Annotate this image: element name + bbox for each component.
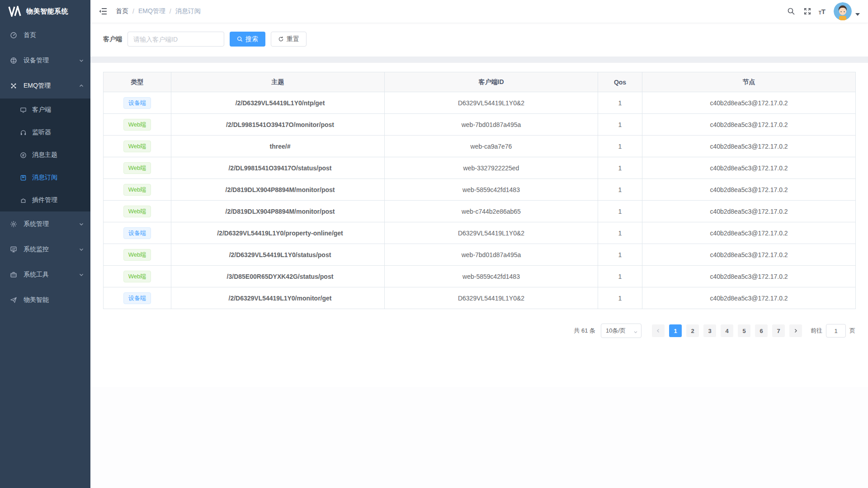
- emq-node-icon: [10, 82, 17, 89]
- page-size-select[interactable]: 10条/页: [601, 324, 642, 338]
- sidebar-item-monitor[interactable]: 系统监控: [0, 237, 90, 262]
- qos-cell: 1: [598, 157, 642, 179]
- qos-cell: 1: [598, 179, 642, 201]
- user-menu[interactable]: [834, 2, 860, 20]
- navbar-actions: TT: [786, 2, 860, 20]
- table-row: Web端/2/D819DLX904P8894M/monitor/postweb-…: [104, 201, 856, 222]
- page-number-button[interactable]: 2: [686, 324, 699, 337]
- client-id-cell: D6329VL54419L1Y0&2: [385, 222, 598, 244]
- topic-cell: /2/D819DLX904P8894M/monitor/post: [171, 201, 385, 222]
- breadcrumb-section: EMQ管理: [138, 7, 165, 15]
- node-cell: c40b2d8ea5c3@172.17.0.2: [642, 136, 856, 157]
- sidebar-item-tools[interactable]: 系统工具: [0, 262, 90, 287]
- paper-plane-icon: [10, 296, 17, 304]
- client-id-cell: D6329VL54419L1Y0&2: [385, 287, 598, 309]
- topic-cell: /2/D6329VL54419L1Y0/ntp/get: [171, 92, 385, 114]
- reset-button[interactable]: 重置: [271, 32, 307, 47]
- topic-cell: /2/DL9981541O39417O/monitor/post: [171, 114, 385, 136]
- sidebar-item-label: 客户端: [32, 106, 51, 114]
- goto-page-input[interactable]: [826, 324, 846, 338]
- dashboard-icon: [10, 32, 17, 39]
- page-number-button[interactable]: 4: [721, 324, 733, 337]
- page-number-button[interactable]: 7: [772, 324, 785, 337]
- sidebar-item-listener[interactable]: 监听器: [0, 121, 90, 144]
- hash-circle-icon: [20, 152, 27, 159]
- type-cell: Web端: [104, 179, 171, 201]
- page-number-button[interactable]: 5: [738, 324, 750, 337]
- type-tag: Web端: [123, 206, 151, 217]
- sidebar-item-subscription[interactable]: 消息订阅: [0, 166, 90, 189]
- next-page-button[interactable]: [789, 324, 802, 337]
- sidebar-item-client[interactable]: 客户端: [0, 99, 90, 121]
- client-id-cell: web-5859c42fd1483: [385, 266, 598, 287]
- section-divider: [90, 56, 868, 63]
- toolbox-icon: [10, 271, 17, 278]
- sidebar-item-label: 系统工具: [24, 271, 49, 279]
- search-icon[interactable]: [786, 6, 796, 16]
- node-cell: c40b2d8ea5c3@172.17.0.2: [642, 266, 856, 287]
- breadcrumb-home[interactable]: 首页: [116, 7, 128, 15]
- page-number-button[interactable]: 1: [669, 324, 682, 337]
- page-number-button[interactable]: 6: [755, 324, 768, 337]
- emq-submenu: 客户端 监听器 消息主题 消息订阅: [0, 99, 90, 211]
- page-unit-label: 页: [849, 327, 855, 335]
- node-cell: c40b2d8ea5c3@172.17.0.2: [642, 201, 856, 222]
- type-tag: Web端: [123, 271, 151, 282]
- client-id-cell: web-ca9a7e76: [385, 136, 598, 157]
- table-row: Web端/2/D819DLX904P8894M/monitor/postweb-…: [104, 179, 856, 201]
- type-tag: Web端: [123, 184, 151, 196]
- table-row: 设备端/2/D6329VL54419L1Y0/ntp/getD6329VL544…: [104, 92, 856, 114]
- globe-icon: [10, 57, 17, 64]
- client-id-input[interactable]: [127, 32, 224, 47]
- goto-label: 前往: [811, 327, 822, 335]
- sidebar-item-label: 插件管理: [32, 196, 57, 204]
- type-tag: Web端: [123, 249, 151, 261]
- qos-cell: 1: [598, 136, 642, 157]
- sidebar-item-device[interactable]: 设备管理: [0, 48, 90, 73]
- breadcrumb-current: 消息订阅: [175, 7, 201, 15]
- sidebar-item-wumei[interactable]: 物美智能: [0, 287, 90, 313]
- node-cell: c40b2d8ea5c3@172.17.0.2: [642, 222, 856, 244]
- type-tag: 设备端: [123, 292, 151, 304]
- sidebar-item-plugin[interactable]: 插件管理: [0, 189, 90, 211]
- search-button-label: 搜索: [245, 35, 258, 43]
- breadcrumb-separator: /: [132, 8, 134, 15]
- sidebar-toggle-icon[interactable]: [99, 7, 108, 16]
- node-cell: c40b2d8ea5c3@172.17.0.2: [642, 114, 856, 136]
- topic-cell: /2/D819DLX904P8894M/monitor/post: [171, 179, 385, 201]
- search-button[interactable]: 搜索: [230, 32, 265, 47]
- chevron-down-icon: [79, 221, 84, 227]
- topic-cell: three/#: [171, 136, 385, 157]
- prev-page-button[interactable]: [652, 324, 665, 337]
- sidebar-item-emq[interactable]: EMQ管理: [0, 73, 90, 99]
- fullscreen-icon[interactable]: [802, 6, 812, 16]
- sidebar-item-system[interactable]: 系统管理: [0, 211, 90, 237]
- qos-cell: 1: [598, 266, 642, 287]
- sidebar-item-topic[interactable]: 消息主题: [0, 144, 90, 166]
- app-title: 物美智能系统: [26, 7, 68, 16]
- font-size-icon[interactable]: TT: [819, 8, 826, 15]
- sidebar-item-label: 设备管理: [24, 56, 49, 65]
- qos-cell: 1: [598, 244, 642, 266]
- sidebar-item-label: 物美智能: [24, 296, 49, 304]
- table-row: Web端/2/DL9981541O39417O/monitor/postweb-…: [104, 114, 856, 136]
- topic-cell: /2/D6329VL54419L1Y0/monitor/get: [171, 287, 385, 309]
- gear-icon: [10, 221, 17, 228]
- client-id-cell: D6329VL54419L1Y0&2: [385, 92, 598, 114]
- total-count: 共 61 条: [574, 327, 595, 335]
- table-row: 设备端/2/D6329VL54419L1Y0/monitor/getD6329V…: [104, 287, 856, 309]
- main-area: 首页 / EMQ管理 / 消息订阅 TT: [90, 0, 868, 488]
- client-id-cell: web-7bd01d87a495a: [385, 244, 598, 266]
- page-number-button[interactable]: 3: [703, 324, 716, 337]
- qos-cell: 1: [598, 114, 642, 136]
- type-tag: 设备端: [123, 97, 151, 109]
- app-logo[interactable]: 物美智能系统: [0, 0, 90, 23]
- top-navbar: 首页 / EMQ管理 / 消息订阅 TT: [90, 0, 868, 23]
- type-cell: Web端: [104, 201, 171, 222]
- avatar[interactable]: [834, 2, 852, 20]
- brand-logo-icon: [8, 6, 22, 17]
- table-row: Web端/2/DL9981541O39417O/status/postweb-3…: [104, 157, 856, 179]
- type-tag: Web端: [123, 141, 151, 152]
- sidebar-item-home[interactable]: 首页: [0, 23, 90, 48]
- content-card: 类型 主题 客户端ID Qos 节点 设备端/2/D6329VL54419L1Y…: [90, 63, 868, 387]
